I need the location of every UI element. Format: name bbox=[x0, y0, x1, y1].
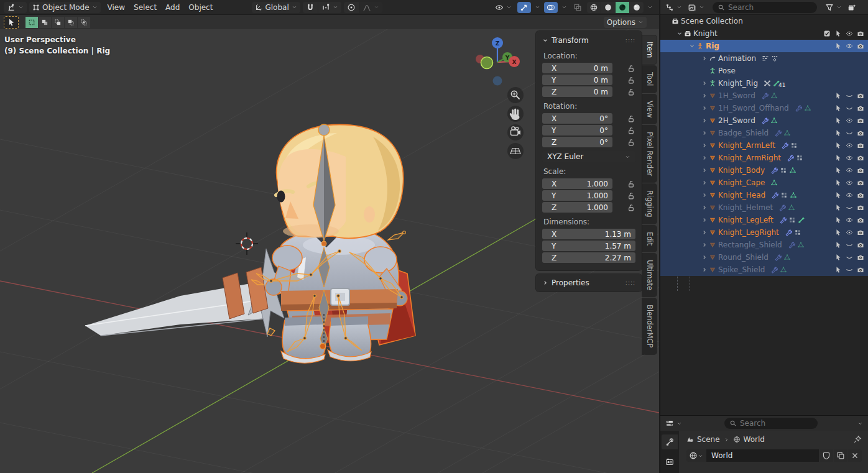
expand-arrow[interactable] bbox=[700, 192, 709, 198]
outliner-row-rig[interactable]: Rig bbox=[660, 40, 868, 52]
toggle-eye-closed[interactable] bbox=[846, 104, 853, 112]
axis-neg-y[interactable] bbox=[481, 57, 493, 69]
field-dimensions-x[interactable]: X1.13 m bbox=[542, 229, 635, 239]
outliner-row-pose[interactable]: Pose bbox=[660, 65, 868, 77]
toggle-camera[interactable] bbox=[857, 92, 864, 99]
xray-toggle[interactable] bbox=[571, 2, 584, 13]
outliner-filter-button[interactable] bbox=[824, 2, 843, 13]
tab-tool-properties[interactable] bbox=[662, 434, 678, 449]
rotation-mode-dropdown[interactable]: XYZ Euler bbox=[542, 151, 635, 162]
outliner-row-badge_shield[interactable]: Badge_Shield bbox=[660, 127, 868, 139]
tab-ultimate[interactable]: Ultimate bbox=[642, 254, 657, 296]
expand-arrow[interactable] bbox=[700, 217, 709, 223]
lock-icon[interactable] bbox=[627, 126, 635, 135]
outliner-row-spike_shield[interactable]: Spike_Shield bbox=[660, 264, 868, 276]
transform-panel-header[interactable]: Transform :::: bbox=[542, 34, 635, 47]
field-rotation-y[interactable]: Y0° bbox=[542, 125, 612, 135]
select-mode-set[interactable] bbox=[25, 17, 38, 28]
select-mode-intersect[interactable] bbox=[78, 17, 90, 28]
shading-rendered[interactable] bbox=[630, 2, 644, 13]
field-rotation-z[interactable]: Z0° bbox=[542, 137, 612, 147]
world-name-field[interactable]: World bbox=[706, 449, 819, 462]
shading-material-preview[interactable] bbox=[616, 2, 629, 13]
tab-edit[interactable]: Edit bbox=[642, 226, 657, 252]
axis-neg-z[interactable] bbox=[493, 76, 502, 86]
outliner-search[interactable] bbox=[713, 2, 817, 13]
toggle-eye-closed[interactable] bbox=[846, 241, 853, 249]
toggle-eye-closed[interactable] bbox=[846, 92, 853, 99]
editor-type-button[interactable] bbox=[4, 2, 27, 13]
tab-pixel-render[interactable]: Pixel Render bbox=[642, 126, 657, 182]
snap-target-button[interactable] bbox=[318, 2, 341, 13]
lock-icon[interactable] bbox=[627, 88, 635, 96]
outliner-row-knight_armright[interactable]: Knight_ArmRight bbox=[660, 152, 868, 164]
field-location-x[interactable]: X0 m bbox=[542, 63, 612, 73]
outliner-search-input[interactable] bbox=[728, 3, 812, 12]
breadcrumb-item-world[interactable]: World bbox=[733, 435, 765, 444]
toggle-eye[interactable] bbox=[846, 117, 853, 124]
copy-datablock-button[interactable] bbox=[834, 449, 847, 462]
expand-arrow[interactable] bbox=[688, 43, 696, 49]
toggle-pointer[interactable] bbox=[834, 179, 842, 186]
field-scale-y[interactable]: Y1.000 bbox=[542, 190, 612, 201]
toggle-pointer[interactable] bbox=[834, 266, 842, 273]
toggle-pointer[interactable] bbox=[834, 216, 842, 224]
toggle-camera[interactable] bbox=[857, 254, 864, 261]
outliner-display-mode-button[interactable] bbox=[686, 2, 706, 13]
zoom-button[interactable] bbox=[507, 87, 524, 103]
pin-icon-button[interactable] bbox=[853, 435, 862, 444]
toggle-eye-closed[interactable] bbox=[846, 129, 853, 137]
breadcrumb-item-scene[interactable]: Scene bbox=[686, 435, 720, 444]
field-scale-z[interactable]: Z1.000 bbox=[542, 202, 612, 213]
toggle-camera[interactable] bbox=[857, 104, 864, 112]
fake-user-shield-button[interactable] bbox=[820, 449, 833, 462]
outliner-row-knight_armleft[interactable]: Knight_ArmLeft bbox=[660, 139, 868, 152]
select-mode-invert[interactable] bbox=[65, 17, 77, 28]
menu-view[interactable]: View bbox=[103, 2, 129, 13]
outliner-row-rectangle_shield[interactable]: Rectangle_Shield bbox=[660, 239, 868, 251]
menu-add[interactable]: Add bbox=[161, 2, 184, 13]
properties-editor-type-button[interactable] bbox=[664, 418, 683, 429]
shading-wireframe[interactable] bbox=[587, 2, 601, 13]
toggle-camera[interactable] bbox=[857, 241, 864, 249]
proportional-edit-button[interactable] bbox=[344, 2, 359, 13]
show-gizmo-button[interactable] bbox=[517, 2, 531, 13]
expand-arrow[interactable] bbox=[675, 30, 684, 37]
expand-arrow[interactable] bbox=[700, 254, 709, 260]
outliner-row-2h_sword[interactable]: 2H_Sword bbox=[660, 114, 868, 127]
lock-icon[interactable] bbox=[627, 203, 635, 212]
overlays-dropdown[interactable] bbox=[560, 2, 568, 13]
expand-arrow[interactable] bbox=[700, 80, 709, 86]
toggle-camera[interactable] bbox=[857, 266, 864, 273]
object-visibility-button[interactable] bbox=[492, 2, 515, 13]
new-collection-button[interactable] bbox=[846, 2, 857, 13]
tab-tool[interactable]: Tool bbox=[642, 66, 657, 92]
expand-arrow[interactable] bbox=[700, 117, 709, 124]
toggle-eye[interactable] bbox=[846, 229, 853, 236]
properties-subpanel-header[interactable]: Properties :::: bbox=[542, 277, 635, 289]
field-dimensions-z[interactable]: Z2.27 m bbox=[542, 252, 635, 263]
menu-select[interactable]: Select bbox=[129, 2, 161, 13]
proportional-falloff-button[interactable] bbox=[359, 2, 382, 13]
expand-arrow[interactable] bbox=[700, 204, 709, 211]
expand-arrow[interactable] bbox=[700, 142, 709, 149]
sword-mesh[interactable] bbox=[85, 249, 287, 337]
toggle-pointer[interactable] bbox=[834, 229, 842, 236]
expand-arrow[interactable] bbox=[700, 55, 709, 62]
toggle-camera[interactable] bbox=[857, 191, 864, 199]
toggle-pointer[interactable] bbox=[834, 154, 842, 162]
toggle-pointer[interactable] bbox=[834, 30, 842, 37]
toggle-camera[interactable] bbox=[857, 142, 864, 149]
tab-rigging[interactable]: Rigging bbox=[642, 184, 657, 224]
options-button[interactable]: Options bbox=[604, 17, 647, 28]
viewport-canvas[interactable]: Y X Z bbox=[0, 29, 659, 473]
toggle-camera[interactable] bbox=[857, 154, 864, 162]
field-scale-x[interactable]: X1.000 bbox=[542, 178, 612, 189]
toggle-pointer[interactable] bbox=[834, 254, 842, 261]
outliner-row-knight_cape[interactable]: Knight_Cape bbox=[660, 177, 868, 189]
toggle-camera[interactable] bbox=[857, 229, 864, 236]
tab-blendermcp[interactable]: BlenderMCP bbox=[642, 298, 657, 354]
navigation-gizmo[interactable]: Y X Z bbox=[476, 37, 520, 86]
toggle-eye[interactable] bbox=[846, 142, 853, 149]
toggle-eye[interactable] bbox=[846, 179, 853, 186]
